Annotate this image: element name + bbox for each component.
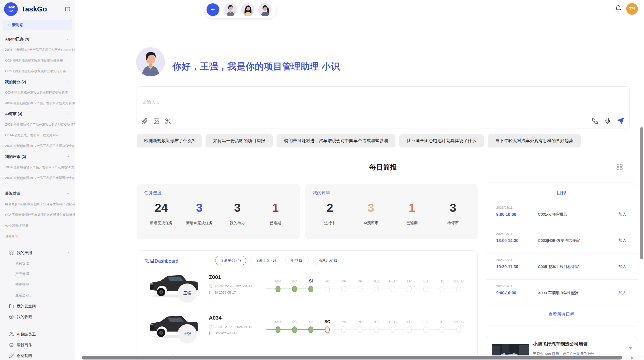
- milestone-dot[interactable]: [308, 286, 313, 292]
- app-item[interactable]: 项目管理: [0, 258, 75, 269]
- conversation-item[interactable]: A034-全新新能源MUV产品开发项目计划变更表编写: [0, 98, 75, 109]
- milestone-dot[interactable]: [341, 326, 346, 333]
- conversation-item[interactable]: A034-全新新能源MUV产品开发项目造型可行性评审: [0, 173, 75, 183]
- chevron-up-icon[interactable]: [66, 251, 70, 254]
- milestone-dot[interactable]: [292, 286, 297, 292]
- milestone-dot[interactable]: [407, 286, 412, 292]
- layout-grid-button[interactable]: [616, 163, 623, 171]
- milestone-dot[interactable]: [390, 326, 396, 333]
- milestone-dot[interactable]: [374, 326, 379, 333]
- milestone-dot[interactable]: [341, 286, 346, 292]
- chevron-up-icon[interactable]: [66, 80, 70, 84]
- new-chat-button[interactable]: + 新对话: [3, 20, 72, 30]
- vertical-scrollbar-thumb[interactable]: [640, 127, 643, 259]
- join-button[interactable]: 加入: [618, 264, 626, 269]
- recent-conversation-item[interactable]: C02-飞腾新能源轻客改款项目的闭环通告反馈情况: [0, 209, 75, 220]
- conversation-item[interactable]: Z001-全新燃油轻卡产品开发项目SI造型提交物评审: [0, 119, 75, 130]
- sidebar-item-favorites[interactable]: 我的收藏: [0, 311, 75, 322]
- user-avatar[interactable]: 王强: [626, 3, 638, 15]
- section-header-recent[interactable]: 最近对话: [0, 188, 75, 199]
- recent-conversation-item[interactable]: 解释最新出台的欧盟报废车法规再生塑料比例被调至15%...: [0, 199, 75, 209]
- milestone-dot[interactable]: [325, 326, 330, 333]
- section-header-ai-review[interactable]: AI评审 (3): [0, 109, 75, 119]
- microphone-button[interactable]: [604, 118, 611, 124]
- insert-image-button[interactable]: [153, 118, 160, 125]
- suggestion-chip[interactable]: 如何写一份清晰的项目周报: [206, 134, 273, 147]
- join-button[interactable]: 加入: [618, 290, 626, 296]
- milestone-dot[interactable]: [275, 286, 281, 292]
- recent-conversation-item[interactable]: 查看全部...: [0, 231, 75, 242]
- milestone-dot[interactable]: [456, 286, 461, 292]
- section-header-my-review[interactable]: 我的评审 (2): [0, 151, 75, 162]
- milestone-dot[interactable]: [325, 286, 330, 292]
- filter-pill[interactable]: 年型 (2): [285, 256, 309, 265]
- filter-pill[interactable]: 全新上装 (3): [250, 256, 281, 265]
- suggestion-chip[interactable]: 特朗普可能对进口汽车增税会对中国车企造成哪些影响: [276, 134, 396, 147]
- milestone-dot[interactable]: [423, 326, 428, 333]
- sidebar-item-ai-super-staff[interactable]: AI超级员工: [0, 329, 75, 340]
- notifications-button[interactable]: [615, 5, 622, 12]
- app-item[interactable]: 产品管理: [0, 269, 75, 279]
- sidebar-item-creative-drawing[interactable]: 创意制图: [0, 350, 75, 360]
- milestone-dot[interactable]: [456, 326, 461, 333]
- avatar[interactable]: [224, 3, 237, 16]
- suggestion-chip[interactable]: 当下年轻人对汽车外观有怎样的喜好趋势: [488, 134, 581, 147]
- chat-input[interactable]: [142, 100, 499, 105]
- app-item[interactable]: 变更管理: [0, 279, 75, 290]
- voice-call-button[interactable]: [592, 118, 598, 124]
- stat-value: 3: [184, 201, 214, 215]
- chevron-up-icon[interactable]: [66, 155, 70, 158]
- add-workspace-button[interactable]: +: [206, 3, 220, 17]
- milestone-dot[interactable]: [390, 286, 396, 292]
- project-row[interactable]: 王强 A034 2023-12-19 ~ 2026-01-19 SC-2025-…: [137, 312, 477, 353]
- view-all-schedule-link[interactable]: 查看所有日程: [485, 311, 638, 317]
- conversation-item[interactable]: A034-全新新能源MUV产品开发项目法规符合性评审: [0, 141, 75, 151]
- chevron-up-icon[interactable]: [66, 192, 70, 195]
- milestone-dot[interactable]: [440, 326, 445, 333]
- grid-icon: [616, 163, 623, 171]
- microphone-icon: [604, 118, 611, 124]
- chevron-up-icon[interactable]: [66, 37, 70, 41]
- milestone-dot[interactable]: [358, 286, 363, 292]
- app-item[interactable]: 查看全部...: [0, 290, 75, 301]
- conversation-item[interactable]: C0X4-动力总成开发项目工程变更评审: [0, 130, 75, 141]
- milestone-dot[interactable]: [440, 286, 445, 292]
- join-button[interactable]: 加入: [618, 238, 626, 243]
- attach-button[interactable]: [141, 118, 148, 125]
- scroll-right-arrow-icon[interactable]: [631, 356, 634, 359]
- milestone-dot[interactable]: [292, 326, 297, 333]
- milestone-dot[interactable]: [374, 286, 379, 292]
- join-button[interactable]: 加入: [618, 212, 626, 217]
- sidebar-item-help-me-write[interactable]: 帮我写作: [0, 340, 75, 350]
- filter-pill[interactable]: 动总开发 (1): [313, 256, 344, 265]
- section-header-my-apps[interactable]: 我的应用: [0, 247, 75, 258]
- conversation-item[interactable]: C02-飞腾新能源轻客改款项目立项汇报方案: [0, 66, 75, 77]
- suggestion-chip[interactable]: 欧洲新规最近颁布了什么?: [137, 134, 202, 147]
- collapse-sidebar-button[interactable]: [65, 6, 70, 12]
- horizontal-scrollbar-thumb[interactable]: [82, 356, 622, 359]
- conversation-item[interactable]: C0X4-动力总成开发项目SI里程碑提交物检查: [0, 87, 75, 98]
- milestone: J1: [434, 318, 450, 333]
- milestone-dot[interactable]: [407, 326, 412, 333]
- snippet-button[interactable]: [165, 118, 171, 125]
- avatar[interactable]: [241, 3, 254, 16]
- scroll-down-arrow-icon[interactable]: [629, 347, 632, 350]
- avatar[interactable]: [258, 3, 272, 16]
- milestone-dot[interactable]: [423, 286, 428, 292]
- sidebar-item-cloud-space[interactable]: 我的云空间: [0, 301, 75, 311]
- conversation-item[interactable]: C02-飞腾新能源轻客改款项目里程碑画布: [0, 55, 75, 66]
- filter-pill[interactable]: 全新平台 (4): [215, 256, 246, 265]
- schedule-time: 9:00-10:00: [496, 212, 535, 217]
- conversation-item[interactable]: Z001-全新燃油轻卡产品开发项目SI节点属性5D文件评审: [0, 162, 75, 173]
- section-header-agent-done[interactable]: Agent已办 (3): [0, 34, 75, 44]
- send-button[interactable]: [617, 117, 624, 125]
- suggestion-chip[interactable]: 比亚迪全固态电池计划具体说了什么: [399, 134, 484, 147]
- milestone-dot[interactable]: [308, 326, 313, 333]
- milestone-dot[interactable]: [358, 326, 363, 333]
- conversation-item[interactable]: Z001-全新燃油皮卡产品开发项目SI节点Lesson Learn报告: [0, 44, 75, 55]
- recent-conversation-item[interactable]: 公司Q3轻卡销量: [0, 220, 75, 231]
- project-row[interactable]: 王强 Z001 2023-12-19 ~ 2027-01-19 SI-2025-…: [137, 272, 477, 312]
- chevron-up-icon[interactable]: [66, 112, 70, 116]
- milestone-dot[interactable]: [275, 326, 281, 333]
- section-header-my-todo[interactable]: 我的待办 (2): [0, 77, 75, 87]
